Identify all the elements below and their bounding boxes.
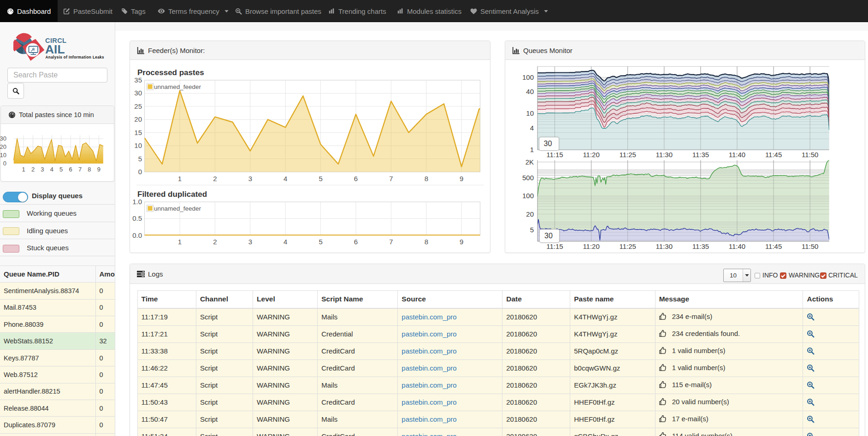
svg-text:CIRCL: CIRCL (45, 37, 66, 44)
svg-text:AIL: AIL (45, 42, 65, 56)
svg-text:Analysis of Information Leaks: Analysis of Information Leaks (46, 55, 105, 59)
